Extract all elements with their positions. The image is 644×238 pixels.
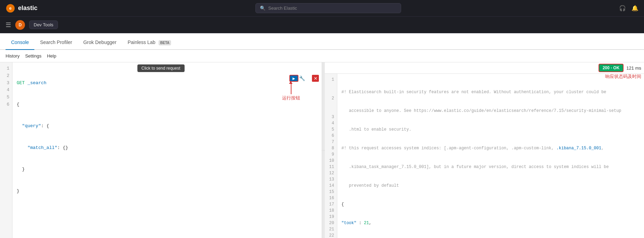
response-header: 200 - OK 121 ms <box>325 62 644 74</box>
panel-divider[interactable]: ⋮ <box>322 62 325 238</box>
beta-badge: BETA <box>159 40 171 45</box>
help-button[interactable]: Help <box>47 52 56 60</box>
response-line-numbers: 1 2 3 4 5 6 7 8 9 10 11 12 13 14 15 16 <box>325 74 337 238</box>
tab-search-profiler[interactable]: Search Profiler <box>34 35 78 50</box>
settings-button[interactable]: Settings <box>25 52 41 60</box>
resp-line-2b: .kibana_task_manager_7.15.0_001], but in… <box>341 164 640 170</box>
editor-line-numbers: 1 2 3 4 5 6 <box>0 62 12 238</box>
code-line-3: "query": { <box>17 123 317 130</box>
resp-line-1b: accessible to anyone. See https://www.el… <box>341 108 640 114</box>
status-badge: 200 - OK <box>599 64 624 72</box>
response-panel: 200 - OK 121 ms 响应状态码及时间 1 2 3 4 5 6 7 8… <box>325 62 644 238</box>
code-line-5: } <box>17 166 317 173</box>
bell-icon[interactable]: 🔔 <box>632 5 638 11</box>
user-avatar[interactable]: D <box>15 20 25 30</box>
resp-line-2: #! this request accesses system indices:… <box>341 145 640 151</box>
help-icon[interactable]: 🎧 <box>619 5 626 11</box>
response-code-content: #! Elasticsearch built-in security featu… <box>337 74 644 238</box>
resp-line-2c: prevented by default <box>341 183 640 189</box>
action-buttons-area: ▶ 🔧 <box>289 75 305 82</box>
tab-bar: Console Search Profiler Grok Debugger Pa… <box>0 33 644 50</box>
editor-panel: Click to send request 1 2 3 4 5 6 GET _s… <box>0 62 322 238</box>
response-annotation-label: 响应状态码及时间 <box>605 73 641 80</box>
top-navigation: e elastic 🔍 Search Elastic 🎧 🔔 <box>0 0 644 17</box>
hamburger-button[interactable]: ☰ <box>6 21 11 29</box>
console-toolbar: History Settings Help <box>0 50 644 62</box>
code-editor[interactable]: 1 2 3 4 5 6 GET _search { "query": { "ma… <box>0 62 322 238</box>
run-annotation: 运行按钮 <box>282 83 300 101</box>
code-line-4: "match_all": {} <box>17 144 317 152</box>
close-button[interactable]: ✕ <box>312 75 319 82</box>
tab-console[interactable]: Console <box>6 35 34 50</box>
code-line-1: GET _search <box>17 80 317 87</box>
editor-code-content[interactable]: GET _search { "query": { "match_all": {}… <box>12 62 322 238</box>
response-time: 121 ms <box>626 65 641 71</box>
code-line-2: { <box>17 101 317 108</box>
elastic-logo[interactable]: e elastic <box>6 3 37 13</box>
run-request-button[interactable]: ▶ <box>289 75 298 82</box>
tab-grok-debugger[interactable]: Grok Debugger <box>78 35 122 50</box>
response-body[interactable]: 1 2 3 4 5 6 7 8 9 10 11 12 13 14 15 16 <box>325 74 644 238</box>
resp-line-1c: .html to enable security. <box>341 126 640 133</box>
tab-painless-lab[interactable]: Painless Lab BETA <box>122 35 177 50</box>
nav-icons: 🎧 🔔 <box>619 5 638 11</box>
resp-line-1: #! Elasticsearch built-in security featu… <box>341 89 640 95</box>
search-bar-area: 🔍 Search Elastic <box>42 3 615 13</box>
code-line-6: } <box>17 188 317 195</box>
main-content: Click to send request 1 2 3 4 5 6 GET _s… <box>0 62 644 238</box>
search-icon: 🔍 <box>260 6 265 11</box>
resp-line-4: "took" : 21, <box>341 220 640 226</box>
svg-text:e: e <box>9 6 12 11</box>
resp-line-3: { <box>341 201 640 208</box>
second-navigation: ☰ D Dev Tools <box>0 17 644 33</box>
dev-tools-breadcrumb[interactable]: Dev Tools <box>29 20 58 29</box>
global-search-bar[interactable]: 🔍 Search Elastic <box>255 3 401 13</box>
wrench-icon[interactable]: 🔧 <box>299 76 305 81</box>
run-annotation-label: 运行按钮 <box>282 95 300 101</box>
history-button[interactable]: History <box>6 52 19 60</box>
